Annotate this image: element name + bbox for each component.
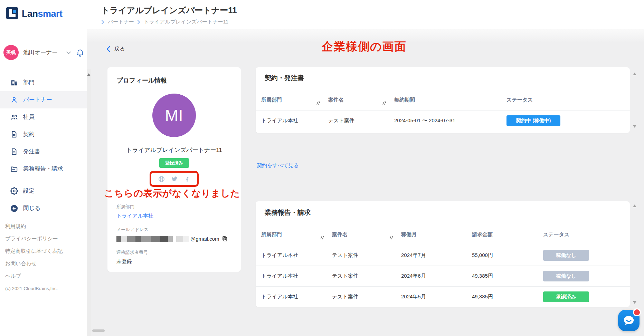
lansmart-logo-icon bbox=[6, 7, 18, 21]
chevron-down-icon[interactable] bbox=[66, 50, 72, 56]
twitter-icon[interactable] bbox=[171, 175, 178, 182]
folder-icon bbox=[10, 165, 18, 173]
reports-table-header: 所属部門 案件名 稼働月 請求金額 ステータス bbox=[256, 224, 630, 245]
column-resize-handle[interactable] bbox=[382, 100, 387, 106]
cell-project: テスト案件 bbox=[332, 294, 401, 300]
chat-widget-button[interactable] bbox=[618, 310, 640, 331]
department-link[interactable]: トライアル本社 bbox=[116, 213, 153, 219]
app-window: Lansmart 美帆 池田オーナー 部門 パート bbox=[0, 0, 644, 336]
department-label: 所属部門 bbox=[116, 204, 232, 210]
table-row[interactable]: トライアル本社 テスト案件 2024年6月 49,385円 稼働なし bbox=[256, 266, 630, 286]
building-icon bbox=[10, 79, 18, 86]
column-header: 請求金額 bbox=[472, 231, 543, 238]
avatar: 美帆 bbox=[3, 45, 19, 60]
scroll-up-arrow-icon[interactable] bbox=[633, 73, 636, 75]
column-resize-handle[interactable] bbox=[320, 235, 324, 241]
view-all-contracts-link[interactable]: 契約をすべて見る bbox=[257, 162, 299, 169]
table-row[interactable]: トライアル本社 テスト案件 2024年5月 49,385円 承認済み bbox=[256, 286, 630, 307]
cell-month: 2024年5月 bbox=[401, 294, 472, 300]
invoice-number-label: 適格請求者番号 bbox=[116, 249, 232, 256]
cell-month: 2024年6月 bbox=[401, 273, 472, 279]
lansmart-logo[interactable]: Lansmart bbox=[6, 7, 63, 21]
breadcrumb-chevron-icon bbox=[101, 20, 105, 25]
cell-amount: 55,000円 bbox=[472, 252, 543, 259]
scroll-up-arrow-icon[interactable] bbox=[87, 73, 91, 76]
sidebar-item-employees[interactable]: 社員 bbox=[0, 108, 87, 126]
email-value: @gmail.com bbox=[116, 236, 232, 242]
link-terms[interactable]: 利用規約 bbox=[5, 220, 81, 232]
status-badge: 稼働なし bbox=[543, 271, 589, 281]
table-row[interactable]: トライアル本社 テスト案件 2024年7月 55,000円 稼働なし bbox=[256, 245, 630, 266]
sidebar-item-reports-billing[interactable]: 業務報告・請求 bbox=[0, 160, 87, 177]
redacted-email-blocks bbox=[116, 236, 189, 242]
scroll-down-arrow-icon[interactable] bbox=[633, 125, 636, 128]
sidebar-scrollbar[interactable] bbox=[87, 69, 91, 336]
notification-bell-icon[interactable] bbox=[76, 48, 85, 57]
annotation-screen-note: 企業様側の画面 bbox=[322, 39, 407, 55]
contracts-card: 契約・発注書 所属部門 案件名 契約期間 ステータス トライアル本社 テスト案件… bbox=[256, 67, 630, 133]
facebook-icon[interactable] bbox=[184, 176, 190, 182]
page-title: トライアルブレインズパートナー11 bbox=[101, 5, 237, 16]
globe-icon[interactable] bbox=[158, 175, 165, 183]
link-contact[interactable]: お問い合わせ bbox=[5, 257, 81, 270]
scroll-down-arrow-icon[interactable] bbox=[633, 301, 636, 304]
breadcrumb-chevron-icon bbox=[137, 20, 141, 25]
registered-badge: 登録済み bbox=[159, 158, 189, 168]
link-privacy-policy[interactable]: プライバシーポリシー bbox=[5, 232, 81, 245]
breadcrumb-partners[interactable]: パートナー bbox=[108, 19, 134, 25]
chat-notification-dot bbox=[633, 308, 641, 316]
logo-wordmark: Lansmart bbox=[22, 9, 63, 19]
sidebar-item-label: 業務報告・請求 bbox=[23, 165, 63, 173]
status-badge: 承認済み bbox=[543, 291, 589, 302]
back-label: 戻る bbox=[114, 46, 125, 52]
column-header: ステータス bbox=[543, 231, 630, 238]
profile-details: 所属部門 トライアル本社 メールアドレス @gmail.com 適格請求者番号 … bbox=[116, 198, 232, 265]
collapse-icon bbox=[10, 204, 18, 212]
chevron-left-icon bbox=[106, 46, 110, 52]
sidebar-item-partners[interactable]: パートナー bbox=[0, 91, 87, 108]
copyright: (c) 2021 CloudBrains,Inc. bbox=[5, 286, 58, 291]
cell-department: トライアル本社 bbox=[261, 252, 332, 259]
column-resize-handle[interactable] bbox=[316, 100, 321, 106]
horizontal-scrollbar-thumb[interactable] bbox=[92, 329, 105, 332]
link-commercial-law[interactable]: 特定商取引に基づく表記 bbox=[5, 245, 81, 257]
cell-amount: 49,385円 bbox=[472, 273, 543, 279]
cell-period: 2024-05-01 〜 2024-07-31 bbox=[394, 117, 506, 124]
annotation-highlight-box bbox=[150, 171, 199, 187]
column-header: 案件名 bbox=[332, 231, 401, 238]
column-header: 所属部門 bbox=[261, 231, 332, 238]
cell-project: テスト案件 bbox=[332, 252, 401, 259]
annotation-removed-note: こちらの表示がなくなりました bbox=[104, 187, 240, 200]
cell-department: トライアル本社 bbox=[261, 273, 332, 279]
back-button[interactable]: 戻る bbox=[106, 46, 125, 52]
sidebar-item-settings[interactable]: 設定 bbox=[0, 182, 87, 200]
sidebar-item-collapse[interactable]: 閉じる bbox=[0, 200, 87, 217]
user-menu[interactable]: 美帆 池田オーナー bbox=[0, 45, 87, 60]
profile-name: トライアルブレインズパートナー11 bbox=[107, 146, 241, 154]
sidebar-item-label: 発注書 bbox=[23, 148, 40, 155]
status-badge: 契約中 (稼働中) bbox=[506, 115, 560, 126]
email-domain: @gmail.com bbox=[190, 236, 219, 242]
user-name: 池田オーナー bbox=[23, 49, 58, 56]
scroll-up-arrow-icon[interactable] bbox=[633, 204, 636, 207]
sidebar-item-label: 契約 bbox=[23, 131, 35, 138]
cell-amount: 49,385円 bbox=[472, 294, 543, 300]
profile-card-title: プロフィール情報 bbox=[116, 76, 241, 85]
status-badge: 稼働なし bbox=[543, 250, 589, 261]
sidebar-item-label: 設定 bbox=[23, 187, 35, 195]
copy-icon[interactable] bbox=[221, 236, 228, 242]
sidebar-item-departments[interactable]: 部門 bbox=[0, 74, 87, 91]
sidebar-nav-secondary: 設定 閉じる bbox=[0, 182, 87, 217]
sidebar: Lansmart 美帆 池田オーナー 部門 パート bbox=[0, 0, 87, 336]
sidebar-item-purchase-orders[interactable]: 発注書 bbox=[0, 143, 87, 160]
column-header: 所属部門 bbox=[261, 97, 328, 103]
sidebar-item-label: 部門 bbox=[23, 79, 35, 86]
reports-card: 業務報告・請求 所属部門 案件名 稼働月 請求金額 ステータス トライアル本社 … bbox=[256, 201, 630, 307]
document-icon bbox=[10, 148, 18, 155]
sidebar-item-contracts[interactable]: 契約 bbox=[0, 126, 87, 143]
sidebar-item-label: パートナー bbox=[23, 96, 52, 104]
column-resize-handle[interactable] bbox=[389, 235, 394, 241]
link-help[interactable]: ヘルプ bbox=[5, 270, 81, 282]
table-row[interactable]: トライアル本社 テスト案件 2024-05-01 〜 2024-07-31 契約… bbox=[256, 111, 630, 131]
contracts-table-header: 所属部門 案件名 契約期間 ステータス bbox=[256, 89, 630, 111]
